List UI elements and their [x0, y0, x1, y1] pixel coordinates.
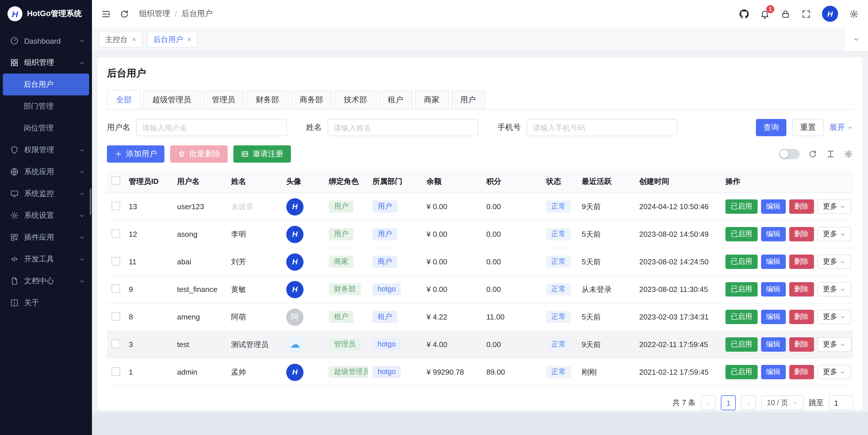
table-density-icon[interactable] [826, 149, 835, 159]
role-tag: 用户 [329, 200, 353, 213]
sidebar-item-9[interactable]: 关于 [0, 292, 92, 314]
sidebar-item-8[interactable]: 文档中心 [0, 270, 92, 292]
phone-input[interactable] [527, 119, 677, 136]
tab-chip-1[interactable]: 后台用户× [147, 31, 198, 48]
page-size-select[interactable]: 10 / 页 [761, 395, 804, 410]
delete-button[interactable]: 删除 [789, 365, 814, 379]
sidebar-item-3[interactable]: 系统应用 [0, 161, 92, 183]
table-refresh-icon[interactable] [808, 149, 817, 159]
filter-tab-5[interactable]: 技术部 [335, 90, 376, 109]
row-checkbox[interactable] [112, 312, 120, 320]
row-checkbox[interactable] [112, 229, 120, 238]
tabs-dropdown-button[interactable] [844, 28, 868, 51]
user-avatar-button[interactable]: H [822, 6, 838, 22]
filter-tab-4[interactable]: 商务部 [290, 90, 332, 109]
delete-button[interactable]: 删除 [789, 310, 814, 324]
sidebar-item-4[interactable]: 系统监控 [0, 183, 92, 205]
cell-name: 李明 [226, 220, 282, 248]
name-input[interactable] [328, 119, 478, 136]
breadcrumb-item-parent[interactable]: 组织管理 [139, 9, 170, 19]
status-enabled-button[interactable]: 已启用 [725, 199, 757, 214]
sidebar-item-0[interactable]: Dashboard [0, 30, 92, 52]
sidebar-item-label: 文档中心 [24, 276, 73, 286]
batch-delete-button[interactable]: 批量删除 [170, 145, 228, 163]
page-refresh-icon[interactable] [120, 9, 129, 19]
edit-button[interactable]: 编辑 [761, 227, 785, 241]
sidebar-subitem-1-1[interactable]: 部门管理 [3, 95, 89, 117]
cell-name: 测试管理员 [226, 331, 282, 358]
invite-register-button[interactable]: 邀请注册 [234, 145, 291, 163]
row-checkbox[interactable] [112, 284, 120, 293]
edit-button[interactable]: 编辑 [761, 337, 785, 352]
filter-tab-6[interactable]: 租户 [378, 90, 412, 109]
query-button[interactable]: 查询 [756, 119, 786, 136]
row-checkbox[interactable] [112, 256, 120, 265]
status-enabled-button[interactable]: 已启用 [725, 337, 757, 352]
status-enabled-button[interactable]: 已启用 [725, 365, 757, 379]
sidebar-subitem-1-2[interactable]: 岗位管理 [3, 117, 89, 139]
status-enabled-button[interactable]: 已启用 [725, 227, 757, 241]
prev-page-button[interactable] [701, 395, 716, 410]
table-column-settings-icon[interactable] [844, 149, 853, 159]
sidebar-item-1[interactable]: 组织管理 [0, 52, 92, 73]
fullscreen-icon[interactable] [801, 9, 811, 19]
select-all-checkbox[interactable] [112, 177, 120, 185]
filter-tab-7[interactable]: 商家 [415, 90, 449, 109]
sidebar-collapse-icon[interactable] [101, 9, 111, 19]
status-tag: 正常 [546, 200, 571, 213]
delete-button[interactable]: 删除 [789, 199, 814, 214]
sidebar-item-5[interactable]: 系统设置 [0, 205, 92, 226]
more-button[interactable]: 更多 [817, 227, 851, 241]
row-checkbox-cell [107, 331, 124, 358]
filter-tab-1[interactable]: 超级管理员 [143, 90, 200, 109]
filter-tab-0[interactable]: 全部 [107, 90, 141, 109]
row-checkbox[interactable] [112, 367, 120, 375]
more-button[interactable]: 更多 [817, 310, 851, 324]
sidebar-scrollbar[interactable] [90, 188, 91, 215]
more-button[interactable]: 更多 [817, 199, 851, 214]
sidebar-item-6[interactable]: 插件应用 [0, 226, 92, 248]
edit-button[interactable]: 编辑 [761, 365, 785, 379]
more-button[interactable]: 更多 [817, 254, 851, 269]
row-checkbox[interactable] [112, 339, 120, 348]
jump-page-input[interactable] [829, 395, 853, 410]
sidebar-item-2[interactable]: 权限管理 [0, 139, 92, 161]
more-button[interactable]: 更多 [817, 337, 851, 352]
delete-button[interactable]: 删除 [789, 227, 814, 241]
table-row-2: 11abai刘芳H商家商户¥ 0.000.00正常5天前2023-08-02 1… [107, 248, 853, 276]
close-icon[interactable]: × [187, 36, 191, 43]
status-enabled-button[interactable]: 已启用 [725, 254, 757, 269]
edit-button[interactable]: 编辑 [761, 310, 785, 324]
delete-button[interactable]: 删除 [789, 337, 814, 352]
delete-button[interactable]: 删除 [789, 254, 814, 269]
tab-chip-0[interactable]: 主控台× [99, 31, 142, 48]
close-icon[interactable]: × [132, 36, 136, 43]
more-button[interactable]: 更多 [817, 365, 851, 379]
edit-button[interactable]: 编辑 [761, 199, 785, 214]
username-input[interactable] [136, 119, 286, 136]
edit-button[interactable]: 编辑 [761, 282, 785, 297]
cell-last-active: 9天前 [577, 193, 634, 220]
more-button[interactable]: 更多 [817, 282, 851, 297]
lock-screen-icon[interactable] [781, 9, 790, 19]
github-icon[interactable] [739, 9, 749, 19]
reset-button[interactable]: 重置 [792, 119, 824, 136]
app-logo[interactable]: H HotGo管理系统 [0, 0, 92, 28]
status-enabled-button[interactable]: 已启用 [725, 310, 757, 324]
sidebar-item-7[interactable]: 开发工具 [0, 248, 92, 270]
delete-button[interactable]: 删除 [789, 282, 814, 297]
page-number-button[interactable]: 1 [721, 395, 736, 410]
filter-tab-3[interactable]: 财务部 [247, 90, 288, 109]
filter-tab-2[interactable]: 管理员 [203, 90, 244, 109]
settings-gear-icon[interactable] [849, 9, 859, 19]
row-checkbox[interactable] [112, 201, 120, 210]
filter-tab-8[interactable]: 用户 [451, 90, 485, 109]
status-enabled-button[interactable]: 已启用 [725, 282, 757, 297]
next-page-button[interactable] [741, 395, 756, 410]
expand-link[interactable]: 展开 [830, 122, 853, 133]
add-user-button[interactable]: 添加用户 [107, 145, 164, 163]
striped-toggle-switch[interactable] [779, 149, 800, 159]
edit-button[interactable]: 编辑 [761, 254, 785, 269]
sidebar-subitem-1-0[interactable]: 后台用户 [3, 73, 89, 95]
notifications-button[interactable]: 1 [760, 9, 770, 19]
